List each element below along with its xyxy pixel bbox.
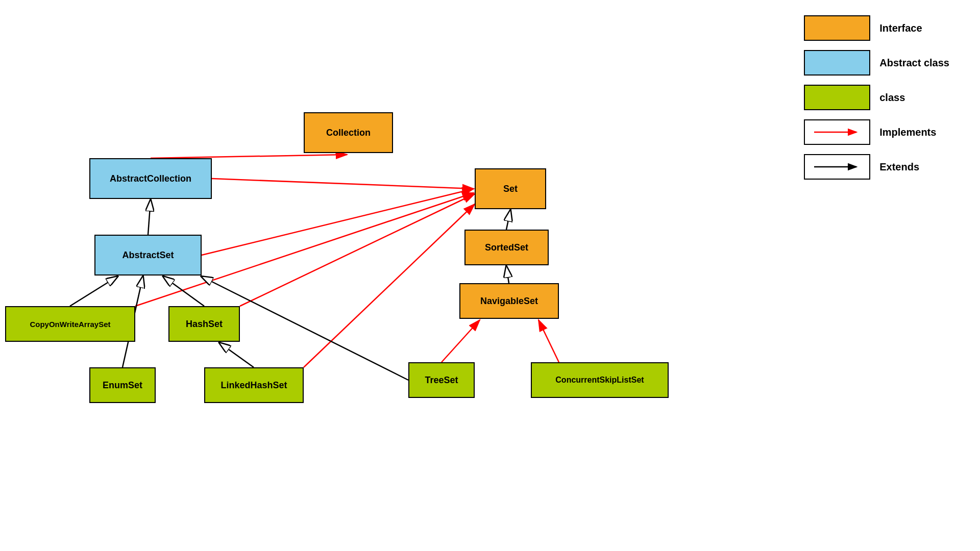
legend-class-label: class — [879, 92, 905, 104]
node-abstractcollection: AbstractCollection — [89, 158, 212, 199]
svg-line-9 — [163, 277, 204, 306]
node-collection: Collection — [304, 112, 393, 153]
node-abstractset: AbstractSet — [94, 235, 202, 276]
legend-interface-box — [804, 15, 870, 41]
svg-line-15 — [506, 266, 509, 283]
legend-extends-box — [804, 154, 870, 180]
legend-extends: Extends — [804, 154, 949, 180]
svg-line-17 — [538, 320, 559, 362]
legend-abstract-label: Abstract class — [879, 57, 949, 69]
legend-implements-box — [804, 119, 870, 145]
node-navigableset: NavigableSet — [459, 283, 559, 319]
svg-line-3 — [151, 155, 347, 158]
svg-line-10 — [240, 194, 475, 306]
legend-abstract: Abstract class — [804, 50, 949, 76]
node-concurrentskiplistset: ConcurrentSkipListSet — [531, 362, 669, 398]
extends-arrow-svg — [812, 162, 863, 172]
svg-line-14 — [506, 210, 510, 230]
svg-line-6 — [202, 189, 474, 255]
legend-implements: Implements — [804, 119, 949, 145]
svg-line-4 — [212, 179, 474, 189]
node-hashset: HashSet — [168, 306, 240, 342]
legend: Interface Abstract class class — [804, 15, 949, 180]
node-copyonwritearrayset: CopyOnWriteArraySet — [5, 306, 135, 342]
legend-abstract-box — [804, 50, 870, 76]
implements-arrow-svg — [812, 127, 863, 137]
node-treeset: TreeSet — [408, 362, 475, 398]
legend-implements-label: Implements — [879, 127, 936, 138]
svg-line-7 — [70, 277, 117, 306]
legend-class: class — [804, 85, 949, 110]
svg-line-13 — [304, 204, 475, 367]
node-linkedhashset: LinkedHashSet — [204, 367, 304, 403]
node-sortedset: SortedSet — [464, 230, 549, 265]
diagram-container: Collection Set SortedSet NavigableSet Ab… — [0, 0, 980, 551]
legend-interface-label: Interface — [879, 22, 922, 34]
node-set: Set — [475, 168, 546, 209]
svg-line-12 — [219, 343, 254, 367]
svg-line-5 — [148, 200, 151, 235]
node-enumset: EnumSet — [89, 367, 156, 403]
legend-class-box — [804, 85, 870, 110]
legend-interface: Interface — [804, 15, 949, 41]
svg-line-16 — [442, 320, 480, 362]
legend-extends-label: Extends — [879, 161, 919, 173]
